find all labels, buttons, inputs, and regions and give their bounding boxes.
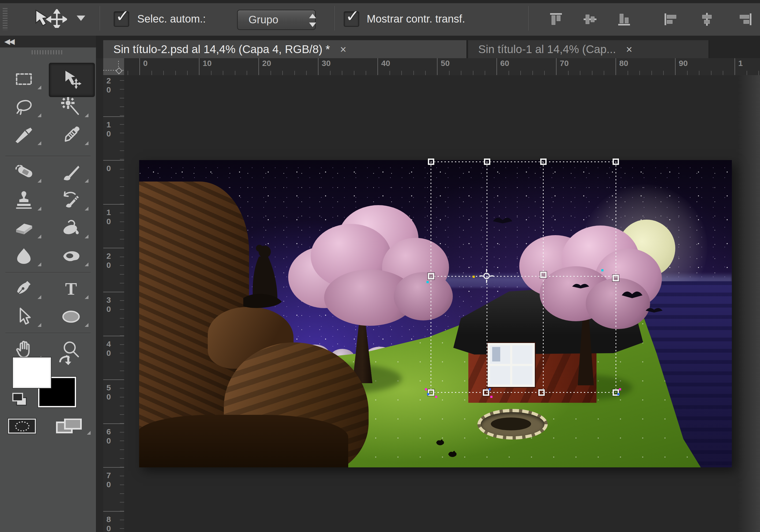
rectangular-marquee-tool[interactable] xyxy=(4,66,44,92)
ruler-label: 70 xyxy=(107,471,114,489)
cabin-window xyxy=(488,343,535,387)
move-tool[interactable] xyxy=(51,66,91,92)
tool-flyout-icon xyxy=(37,141,41,145)
ruler-label: 50 xyxy=(441,59,450,68)
transform-bound-bottom[interactable] xyxy=(431,392,616,393)
tool-flyout-icon xyxy=(37,207,41,211)
transform-handle-mid-inner[interactable] xyxy=(540,272,546,278)
tool-preset-caret-icon[interactable] xyxy=(77,16,85,21)
transform-handle-mid-right[interactable] xyxy=(613,275,619,281)
transform-mid-guide xyxy=(431,276,616,277)
ruler-label: 60 xyxy=(107,427,114,445)
ruler-label: 50 xyxy=(107,383,114,402)
options-bar-grip[interactable] xyxy=(3,8,8,30)
vertical-ruler[interactable]: 20 10 0 10 20 30 40 50 60 70 80 xyxy=(103,75,125,532)
ellipse-shape-tool[interactable] xyxy=(51,304,91,329)
collapse-panel-button[interactable]: ◀◀ xyxy=(0,36,96,47)
auto-select-value: Grupo xyxy=(249,14,278,26)
tool-flyout-icon xyxy=(37,235,41,238)
ruler-minor-ticks xyxy=(124,71,760,75)
default-colors-icon[interactable] xyxy=(12,393,28,409)
align-right-edges-icon[interactable] xyxy=(737,11,753,27)
transform-handle-mid-left[interactable] xyxy=(428,273,434,279)
tab-close-icon[interactable]: × xyxy=(340,43,346,55)
tool-divider xyxy=(5,272,91,273)
tool-divider xyxy=(5,156,91,156)
ruler-label: 1 xyxy=(738,59,743,68)
tool-flyout-icon xyxy=(37,114,41,117)
ruler-label: 30 xyxy=(322,59,331,68)
transform-handle-top-center[interactable] xyxy=(484,159,490,165)
pixel-artifact xyxy=(427,393,429,395)
document-image[interactable] xyxy=(139,160,732,467)
crop-tool[interactable] xyxy=(4,122,44,148)
screen-mode-button[interactable] xyxy=(55,418,83,435)
type-tool-glyph: T xyxy=(65,279,77,299)
pixel-artifact xyxy=(427,281,429,283)
transform-bound-top[interactable] xyxy=(431,162,616,162)
eyedropper-tool[interactable] xyxy=(51,122,91,148)
bat-silhouette xyxy=(621,288,644,300)
origin-diamond-icon xyxy=(116,67,122,74)
transform-handle-bottom-center[interactable] xyxy=(483,389,489,396)
show-transform-label: Mostrar contr. transf. xyxy=(367,13,465,24)
separator xyxy=(528,6,529,30)
transform-reference-point[interactable] xyxy=(479,268,495,284)
tool-flyout-icon xyxy=(37,323,41,327)
ruler-label: 20 xyxy=(107,76,114,94)
tool-flyout-icon xyxy=(37,295,41,299)
brush-tool[interactable] xyxy=(51,160,91,185)
tool-flyout-icon xyxy=(85,263,88,266)
canvas-area[interactable] xyxy=(124,75,760,532)
swap-colors-icon[interactable] xyxy=(57,353,74,369)
document-tab-inactive[interactable]: Sin título-1 al 14,4% (Cap... × xyxy=(468,40,709,58)
ruler-origin-corner[interactable] xyxy=(103,58,125,75)
ruler-label: 20 xyxy=(262,59,271,68)
lasso-tool[interactable] xyxy=(4,94,44,120)
healing-patch-tool[interactable] xyxy=(4,160,44,185)
transform-handle-top-inner[interactable] xyxy=(540,159,546,165)
clone-stamp-tool[interactable] xyxy=(4,187,44,213)
magic-wand-tool[interactable] xyxy=(51,94,91,120)
align-top-edges-icon[interactable] xyxy=(548,11,564,27)
pixel-artifact xyxy=(489,388,491,390)
ruler-label: 40 xyxy=(381,59,390,68)
tab-close-icon[interactable]: × xyxy=(626,43,632,55)
type-tool[interactable]: T xyxy=(51,276,91,302)
align-left-edges-icon[interactable] xyxy=(663,11,679,27)
paint-bucket-tool[interactable] xyxy=(51,215,91,241)
document-tab-active[interactable]: Sin título-2.psd al 14,4% (Capa 4, RGB/8… xyxy=(103,40,467,58)
transform-handle-bottom-inner[interactable] xyxy=(538,389,545,396)
pen-tool[interactable] xyxy=(4,276,44,302)
horizontal-ruler[interactable]: 0 10 20 30 40 50 60 70 80 90 1 xyxy=(124,58,760,75)
pixel-artifact xyxy=(490,396,493,398)
path-selection-tool[interactable] xyxy=(4,304,44,329)
ruler-label: 10 xyxy=(107,120,114,138)
transform-handle-top-left[interactable] xyxy=(428,159,434,165)
pixel-artifact xyxy=(601,269,603,271)
align-bottom-edges-icon[interactable] xyxy=(616,11,632,27)
checkmark-icon: ✓ xyxy=(346,6,359,26)
tool-flyout-icon xyxy=(37,263,41,266)
align-horizontal-centers-icon[interactable] xyxy=(699,11,715,27)
panel-grip[interactable] xyxy=(32,50,64,54)
foreground-color-swatch[interactable] xyxy=(13,358,51,388)
auto-select-dropdown[interactable]: Grupo xyxy=(237,10,316,30)
pixel-artifact xyxy=(425,388,427,390)
show-transform-checkbox[interactable]: ✓ xyxy=(344,11,359,27)
dodge-tool[interactable] xyxy=(51,243,91,269)
blur-tool[interactable] xyxy=(4,243,44,269)
tool-flyout-icon xyxy=(85,235,88,238)
tool-flyout-icon xyxy=(37,85,41,89)
tool-flyout-icon xyxy=(85,295,88,299)
history-brush-tool[interactable] xyxy=(51,187,91,213)
tab-title: Sin título-1 al 14,4% (Cap... xyxy=(478,43,616,56)
auto-select-checkbox[interactable]: ✓ xyxy=(114,11,129,27)
cherry-tree-canopy xyxy=(394,272,453,320)
checkmark-icon: ✓ xyxy=(116,6,129,26)
pixel-artifact xyxy=(473,276,475,278)
quick-mask-button[interactable] xyxy=(8,418,36,434)
eraser-tool[interactable] xyxy=(4,215,44,241)
align-vertical-centers-icon[interactable] xyxy=(582,11,598,27)
transform-handle-top-right[interactable] xyxy=(613,159,619,165)
